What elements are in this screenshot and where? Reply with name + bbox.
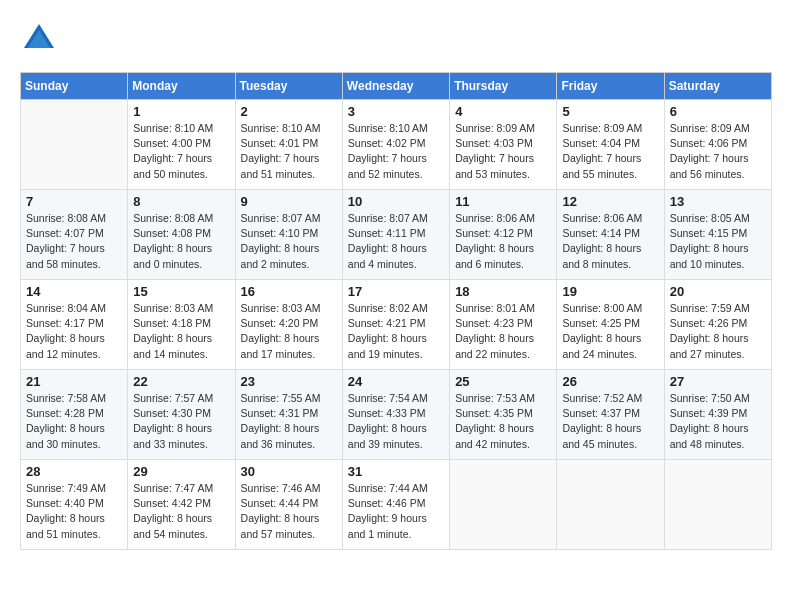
day-info: Sunrise: 7:58 AMSunset: 4:28 PMDaylight:… [26,391,122,452]
calendar-cell: 4Sunrise: 8:09 AMSunset: 4:03 PMDaylight… [450,100,557,190]
day-number: 18 [455,284,551,299]
day-info: Sunrise: 8:05 AMSunset: 4:15 PMDaylight:… [670,211,766,272]
calendar-cell: 13Sunrise: 8:05 AMSunset: 4:15 PMDayligh… [664,190,771,280]
calendar-table: SundayMondayTuesdayWednesdayThursdayFrid… [20,72,772,550]
day-number: 24 [348,374,444,389]
calendar-cell: 26Sunrise: 7:52 AMSunset: 4:37 PMDayligh… [557,370,664,460]
day-number: 31 [348,464,444,479]
calendar-cell: 23Sunrise: 7:55 AMSunset: 4:31 PMDayligh… [235,370,342,460]
calendar-cell [450,460,557,550]
day-number: 27 [670,374,766,389]
weekday-header-thursday: Thursday [450,73,557,100]
calendar-cell: 9Sunrise: 8:07 AMSunset: 4:10 PMDaylight… [235,190,342,280]
day-info: Sunrise: 8:08 AMSunset: 4:07 PMDaylight:… [26,211,122,272]
day-info: Sunrise: 8:01 AMSunset: 4:23 PMDaylight:… [455,301,551,362]
calendar-cell: 7Sunrise: 8:08 AMSunset: 4:07 PMDaylight… [21,190,128,280]
day-info: Sunrise: 7:55 AMSunset: 4:31 PMDaylight:… [241,391,337,452]
weekday-header-row: SundayMondayTuesdayWednesdayThursdayFrid… [21,73,772,100]
day-number: 3 [348,104,444,119]
day-number: 23 [241,374,337,389]
day-info: Sunrise: 8:06 AMSunset: 4:14 PMDaylight:… [562,211,658,272]
day-info: Sunrise: 7:50 AMSunset: 4:39 PMDaylight:… [670,391,766,452]
weekday-header-sunday: Sunday [21,73,128,100]
day-number: 30 [241,464,337,479]
calendar-cell: 11Sunrise: 8:06 AMSunset: 4:12 PMDayligh… [450,190,557,280]
day-info: Sunrise: 8:07 AMSunset: 4:11 PMDaylight:… [348,211,444,272]
day-info: Sunrise: 7:53 AMSunset: 4:35 PMDaylight:… [455,391,551,452]
day-info: Sunrise: 8:03 AMSunset: 4:20 PMDaylight:… [241,301,337,362]
calendar-week-row: 7Sunrise: 8:08 AMSunset: 4:07 PMDaylight… [21,190,772,280]
calendar-cell: 19Sunrise: 8:00 AMSunset: 4:25 PMDayligh… [557,280,664,370]
day-info: Sunrise: 8:09 AMSunset: 4:04 PMDaylight:… [562,121,658,182]
day-number: 25 [455,374,551,389]
day-info: Sunrise: 7:49 AMSunset: 4:40 PMDaylight:… [26,481,122,542]
weekday-header-friday: Friday [557,73,664,100]
calendar-cell: 15Sunrise: 8:03 AMSunset: 4:18 PMDayligh… [128,280,235,370]
calendar-cell: 5Sunrise: 8:09 AMSunset: 4:04 PMDaylight… [557,100,664,190]
day-number: 6 [670,104,766,119]
calendar-cell: 29Sunrise: 7:47 AMSunset: 4:42 PMDayligh… [128,460,235,550]
calendar-cell [557,460,664,550]
day-info: Sunrise: 7:54 AMSunset: 4:33 PMDaylight:… [348,391,444,452]
day-info: Sunrise: 8:09 AMSunset: 4:03 PMDaylight:… [455,121,551,182]
calendar-cell: 28Sunrise: 7:49 AMSunset: 4:40 PMDayligh… [21,460,128,550]
calendar-cell: 20Sunrise: 7:59 AMSunset: 4:26 PMDayligh… [664,280,771,370]
calendar-week-row: 1Sunrise: 8:10 AMSunset: 4:00 PMDaylight… [21,100,772,190]
calendar-cell: 3Sunrise: 8:10 AMSunset: 4:02 PMDaylight… [342,100,449,190]
day-number: 26 [562,374,658,389]
day-number: 10 [348,194,444,209]
calendar-cell: 25Sunrise: 7:53 AMSunset: 4:35 PMDayligh… [450,370,557,460]
day-info: Sunrise: 8:10 AMSunset: 4:00 PMDaylight:… [133,121,229,182]
day-number: 28 [26,464,122,479]
weekday-header-monday: Monday [128,73,235,100]
day-info: Sunrise: 7:44 AMSunset: 4:46 PMDaylight:… [348,481,444,542]
day-info: Sunrise: 7:52 AMSunset: 4:37 PMDaylight:… [562,391,658,452]
day-info: Sunrise: 8:00 AMSunset: 4:25 PMDaylight:… [562,301,658,362]
day-number: 8 [133,194,229,209]
calendar-cell: 6Sunrise: 8:09 AMSunset: 4:06 PMDaylight… [664,100,771,190]
calendar-body: 1Sunrise: 8:10 AMSunset: 4:00 PMDaylight… [21,100,772,550]
day-info: Sunrise: 7:59 AMSunset: 4:26 PMDaylight:… [670,301,766,362]
day-number: 13 [670,194,766,209]
day-number: 16 [241,284,337,299]
day-number: 2 [241,104,337,119]
calendar-cell: 21Sunrise: 7:58 AMSunset: 4:28 PMDayligh… [21,370,128,460]
day-number: 20 [670,284,766,299]
calendar-cell: 31Sunrise: 7:44 AMSunset: 4:46 PMDayligh… [342,460,449,550]
calendar-cell: 30Sunrise: 7:46 AMSunset: 4:44 PMDayligh… [235,460,342,550]
weekday-header-wednesday: Wednesday [342,73,449,100]
day-info: Sunrise: 8:10 AMSunset: 4:02 PMDaylight:… [348,121,444,182]
day-info: Sunrise: 8:06 AMSunset: 4:12 PMDaylight:… [455,211,551,272]
day-number: 4 [455,104,551,119]
calendar-cell: 2Sunrise: 8:10 AMSunset: 4:01 PMDaylight… [235,100,342,190]
day-number: 21 [26,374,122,389]
day-info: Sunrise: 8:10 AMSunset: 4:01 PMDaylight:… [241,121,337,182]
day-info: Sunrise: 8:03 AMSunset: 4:18 PMDaylight:… [133,301,229,362]
day-number: 12 [562,194,658,209]
day-info: Sunrise: 8:02 AMSunset: 4:21 PMDaylight:… [348,301,444,362]
calendar-cell [21,100,128,190]
day-info: Sunrise: 8:09 AMSunset: 4:06 PMDaylight:… [670,121,766,182]
calendar-week-row: 28Sunrise: 7:49 AMSunset: 4:40 PMDayligh… [21,460,772,550]
day-info: Sunrise: 8:04 AMSunset: 4:17 PMDaylight:… [26,301,122,362]
day-number: 19 [562,284,658,299]
calendar-cell: 27Sunrise: 7:50 AMSunset: 4:39 PMDayligh… [664,370,771,460]
calendar-cell: 14Sunrise: 8:04 AMSunset: 4:17 PMDayligh… [21,280,128,370]
day-info: Sunrise: 8:07 AMSunset: 4:10 PMDaylight:… [241,211,337,272]
calendar-cell: 12Sunrise: 8:06 AMSunset: 4:14 PMDayligh… [557,190,664,280]
calendar-cell: 16Sunrise: 8:03 AMSunset: 4:20 PMDayligh… [235,280,342,370]
day-number: 29 [133,464,229,479]
day-number: 1 [133,104,229,119]
day-number: 17 [348,284,444,299]
day-number: 7 [26,194,122,209]
weekday-header-saturday: Saturday [664,73,771,100]
day-info: Sunrise: 8:08 AMSunset: 4:08 PMDaylight:… [133,211,229,272]
page-header [20,20,772,62]
calendar-cell: 18Sunrise: 8:01 AMSunset: 4:23 PMDayligh… [450,280,557,370]
day-number: 11 [455,194,551,209]
logo-icon [20,20,58,58]
day-number: 15 [133,284,229,299]
calendar-cell: 1Sunrise: 8:10 AMSunset: 4:00 PMDaylight… [128,100,235,190]
calendar-cell: 8Sunrise: 8:08 AMSunset: 4:08 PMDaylight… [128,190,235,280]
logo [20,20,62,62]
